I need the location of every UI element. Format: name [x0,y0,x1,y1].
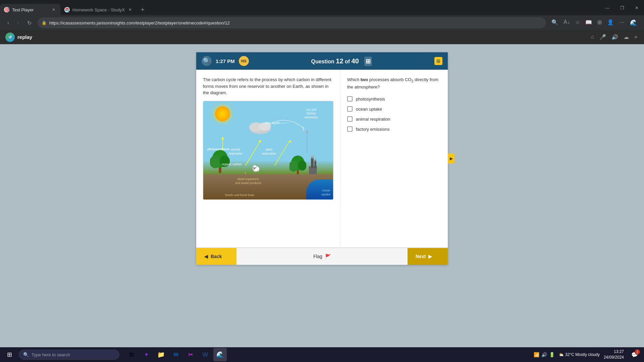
svg-rect-26 [314,161,316,168]
question-label: Question [311,59,334,64]
minimize-button[interactable]: — [600,0,615,15]
svg-line-2 [246,141,260,166]
address-bar-icons: 🔍 A↓ ☆ 📖 ⊞ 👤 ⋯ 🌊 [550,18,639,28]
notification-center[interactable]: 💬 2 [628,348,641,361]
weather-text: 32°C Mostly cloudy [565,352,600,357]
taskbar-edge[interactable]: 🌊 [213,348,227,361]
address-bar: ‹ › ↻ 🔒 https://icasassessments.janisoni… [0,15,644,30]
animal-respiration-label: animalrespiration [228,148,243,156]
start-button[interactable]: ⊞ [3,348,16,361]
tab-icon-test-player: 🎯 [4,7,9,12]
speaker-icon[interactable]: 🔊 [610,33,620,42]
svg-marker-3 [258,140,262,142]
magnify-icon[interactable]: 🔍 [202,56,212,66]
tab-close-studyx[interactable]: ✕ [127,7,133,12]
organic-carbon-label: organic carbon [222,163,242,166]
replay-icons-right: ⌂ 🎤 🔊 ☁ » [589,33,639,42]
checkbox-photosynthesis[interactable] [347,96,353,102]
svg-marker-5 [288,140,291,142]
car-factory-label: car andfactoryemissions [305,108,318,120]
tab-studyx[interactable]: 📚 Homework Space - StudyX ✕ [60,4,137,15]
close-button[interactable]: ✕ [630,0,644,15]
option-factory-emissions[interactable]: factory emissions [347,126,441,132]
taskbar: ⊞ 🔍 Type here to search ⧉ ✦ 📁 ✉ ✂ W [0,347,644,362]
translate-icon[interactable]: A↓ [562,18,571,28]
question-right: Which two processes absorb CO2 directly … [340,70,448,247]
new-tab-button[interactable]: + [137,4,149,15]
collections-icon[interactable]: ⊞ [596,18,603,28]
next-arrow-icon: ▶ [428,254,432,259]
checkbox-ocean-uptake[interactable] [347,106,353,112]
refresh-button[interactable]: ↻ [25,18,34,27]
search-addr-icon[interactable]: 🔍 [550,18,559,28]
favorite-icon[interactable]: ☆ [574,18,581,28]
taskbar-copilot[interactable]: ✦ [140,348,153,361]
tab-close-test-player[interactable]: ✕ [51,7,56,12]
edge-icon[interactable]: 🌊 [629,18,639,28]
search-placeholder-text: Type here to search [32,352,70,357]
maximize-button[interactable]: ❐ [615,0,630,15]
test-header-left: 🔍 1:27 PM HIS [202,56,249,66]
test-player: 🔍 1:27 PM HIS Question 12 of 40 ⊞ ⊞ [196,52,448,265]
search-icon-taskbar: 🔍 [23,352,29,357]
back-button[interactable]: ◀ Back [196,248,236,265]
expand-panel-arrow[interactable]: ▶ [448,154,454,164]
question-prompt-bold: two [361,77,368,82]
taskbar-right: 📶 🔊 🔋 ⛅ 32°C Mostly cloudy 13:27 24/09/2… [534,348,641,361]
taskbar-search[interactable]: 🔍 Type here to search [19,350,119,360]
factory-graphic [306,155,320,176]
home-icon[interactable]: ⌂ [589,33,595,42]
flag-area[interactable]: Flag 🚩 [236,254,408,259]
svg-point-29 [311,155,314,158]
reading-view-icon[interactable]: 📖 [584,18,593,28]
checkbox-factory-emissions[interactable] [347,126,353,132]
datetime-display[interactable]: 13:27 24/09/2024 [604,349,624,360]
copilot-icon: ✦ [144,351,149,358]
taskbar-explorer[interactable]: 📁 [154,348,168,361]
dead-organisms-label: dead organismsand waste products [235,177,261,185]
option-photosynthesis[interactable]: photosynthesis [347,96,441,102]
passage-text: The carbon cycle refers to the process b… [203,76,333,96]
date-text: 24/09/2024 [604,355,624,360]
url-box[interactable]: 🔒 https://icasassessments.janisoninsight… [38,17,546,28]
user-avatar[interactable]: HIS [239,56,249,66]
taskbar-snipping[interactable]: ✂ [184,348,197,361]
ocean-uptake-diagram-label: oceanuptake [321,189,330,196]
mic-icon[interactable]: 🎤 [598,33,607,42]
of-label: of [345,59,350,64]
expand-icon[interactable]: » [633,33,639,42]
back-button-label: Back [211,254,222,259]
option-animal-respiration[interactable]: animal respiration [347,116,441,122]
forward-nav-button[interactable]: › [15,18,21,27]
volume-icon[interactable]: 🔊 [541,352,547,357]
system-tray-icons: 📶 🔊 🔋 [534,352,555,357]
co2-cycle-label: CO2 cycle ——→ [265,121,289,126]
notification-badge: 2 [635,349,640,355]
weather-widget[interactable]: ⛅ 32°C Mostly cloudy [559,352,600,357]
option-label-animal-respiration: animal respiration [356,117,390,122]
task-view-button[interactable]: ⧉ [125,348,138,361]
option-ocean-uptake[interactable]: ocean uptake [347,106,441,112]
back-nav-button[interactable]: ‹ [5,18,11,27]
svg-marker-1 [221,136,224,139]
cloud-graphic [247,118,274,136]
taskbar-mail[interactable]: ✉ [169,348,182,361]
checkbox-animal-respiration[interactable] [347,116,353,122]
yellow-grid-icon[interactable]: ⊞ [434,57,442,65]
profile-icon[interactable]: 👤 [606,18,615,28]
tab-icon-studyx: 📚 [64,7,70,12]
sun-graphic [215,106,230,121]
more-icon[interactable]: ⋯ [618,18,626,28]
test-wrapper: 🔍 1:27 PM HIS Question 12 of 40 ⊞ ⊞ [196,52,448,265]
svg-point-28 [314,160,316,161]
replay-logo[interactable]: ↺ replay [5,33,32,42]
plant-respiration-label: plantrespiration [262,148,276,156]
question-grid-icon[interactable]: ⊞ [364,57,372,66]
network-icon[interactable]: 📶 [534,352,539,357]
tab-test-player[interactable]: 🎯 Test Player ✕ [0,4,60,15]
test-header: 🔍 1:27 PM HIS Question 12 of 40 ⊞ ⊞ [196,52,448,70]
cloud-icon[interactable]: ☁ [622,33,630,42]
next-button[interactable]: Next ▶ [408,248,448,265]
battery-icon[interactable]: 🔋 [549,352,555,357]
taskbar-word[interactable]: W [199,348,212,361]
